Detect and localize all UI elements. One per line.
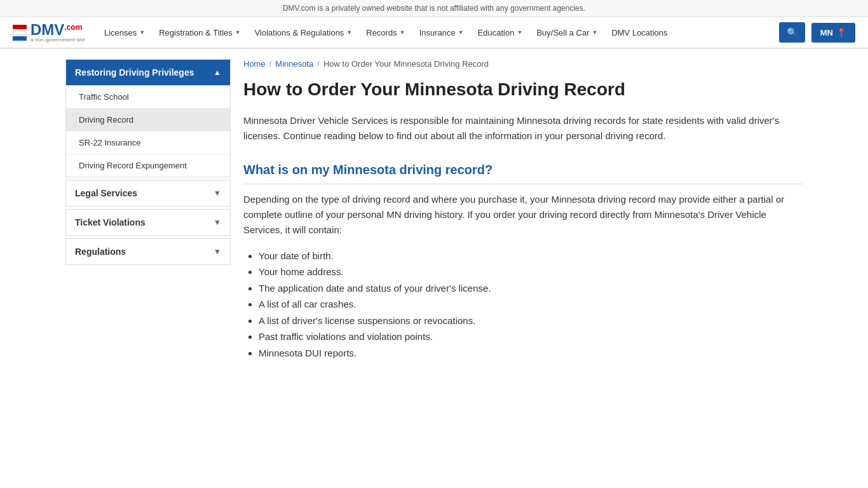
nav-arrow-registration: ▼ bbox=[235, 29, 241, 36]
logo-flag bbox=[13, 25, 27, 41]
intro-paragraph: Minnesota Driver Vehicle Services is res… bbox=[243, 113, 803, 144]
sidebar-item-traffic-school[interactable]: Traffic School bbox=[66, 86, 230, 109]
bullet-item-4: A list of all car crashes. bbox=[259, 296, 803, 313]
sidebar-header-tickets[interactable]: Ticket Violations ▼ bbox=[66, 210, 230, 235]
flag-white-stripe bbox=[13, 30, 27, 35]
chevron-down-icon-tickets: ▼ bbox=[214, 218, 221, 227]
search-button[interactable]: 🔍 bbox=[779, 22, 805, 43]
chevron-up-icon: ▲ bbox=[214, 68, 221, 77]
sidebar-section-title-restoring: Restoring Driving Privileges bbox=[75, 67, 194, 78]
logo-text-block: DMV.com a non-government site bbox=[31, 22, 85, 43]
sidebar-header-regulations[interactable]: Regulations ▼ bbox=[66, 239, 230, 264]
chevron-down-icon-legal: ▼ bbox=[214, 189, 221, 198]
section-heading-1: What is on my Minnesota driving record? bbox=[243, 163, 803, 184]
breadcrumb-sep-2: / bbox=[317, 59, 320, 69]
sidebar-item-expungement[interactable]: Driving Record Expungement bbox=[66, 154, 230, 177]
sidebar-header-legal[interactable]: Legal Services ▼ bbox=[66, 180, 230, 206]
nav-item-insurance[interactable]: Insurance ▼ bbox=[413, 23, 470, 43]
bullet-item-6: Past traffic violations and violation po… bbox=[259, 329, 803, 345]
breadcrumb-current: How to Order Your Minnesota Driving Reco… bbox=[323, 59, 489, 69]
breadcrumb-sep-1: / bbox=[269, 59, 272, 69]
logo-subtitle: a non-government site bbox=[31, 37, 85, 43]
breadcrumb: Home / Minnesota / How to Order Your Min… bbox=[243, 59, 803, 69]
bullet-item-3: The application date and status of your … bbox=[259, 280, 803, 297]
sidebar-item-driving-record[interactable]: Driving Record bbox=[66, 109, 230, 132]
sidebar-section-title-legal: Legal Services bbox=[75, 188, 137, 198]
nav-item-licenses[interactable]: Licenses ▼ bbox=[98, 23, 151, 43]
page-title: How to Order Your Minnesota Driving Reco… bbox=[243, 79, 803, 100]
nav-arrow-education: ▼ bbox=[517, 29, 522, 36]
chevron-down-icon-regulations: ▼ bbox=[214, 247, 221, 256]
flag-red-stripe bbox=[13, 25, 27, 29]
nav-arrow-violations: ▼ bbox=[346, 29, 352, 36]
state-label: MN bbox=[820, 28, 833, 37]
sidebar-section-regulations: Regulations ▼ bbox=[65, 238, 231, 265]
sidebar-section-title-tickets: Ticket Violations bbox=[75, 217, 146, 227]
sidebar-section-tickets: Ticket Violations ▼ bbox=[65, 209, 231, 236]
nav-arrow-insurance: ▼ bbox=[458, 29, 464, 36]
bullet-item-7: Minnesota DUI reports. bbox=[259, 345, 803, 362]
nav-item-records[interactable]: Records ▼ bbox=[360, 23, 411, 43]
logo-dotcom: .com bbox=[64, 24, 82, 31]
flag-blue-stripe bbox=[13, 36, 27, 41]
nav-item-buysell[interactable]: Buy/Sell a Car ▼ bbox=[530, 23, 604, 43]
sidebar-header-restoring[interactable]: Restoring Driving Privileges ▲ bbox=[66, 60, 230, 85]
sidebar-section-legal: Legal Services ▼ bbox=[65, 180, 231, 207]
nav-arrow-buysell: ▼ bbox=[592, 29, 597, 36]
sidebar-items-restoring: Traffic School Driving Record SR-22 Insu… bbox=[66, 85, 230, 177]
bullet-item-2: Your home address. bbox=[259, 264, 803, 280]
nav-item-registration[interactable]: Registration & Titles ▼ bbox=[153, 23, 247, 43]
nav-arrow-records: ▼ bbox=[400, 29, 405, 36]
breadcrumb-home[interactable]: Home bbox=[243, 59, 266, 69]
sidebar: Restoring Driving Privileges ▲ Traffic S… bbox=[65, 59, 231, 361]
main-nav: Licenses ▼ Registration & Titles ▼ Viola… bbox=[98, 23, 779, 43]
top-banner: DMV.com is a privately owned website tha… bbox=[0, 0, 868, 17]
sidebar-item-sr22[interactable]: SR-22 Insurance bbox=[66, 132, 230, 154]
state-selector-button[interactable]: MN 📍 bbox=[811, 23, 855, 43]
main-content: Home / Minnesota / How to Order Your Min… bbox=[243, 59, 803, 361]
bullet-item-1: Your date of birth. bbox=[259, 248, 803, 264]
search-icon: 🔍 bbox=[787, 27, 797, 37]
sidebar-section-restoring: Restoring Driving Privileges ▲ Traffic S… bbox=[65, 59, 231, 177]
banner-text: DMV.com is a privately owned website tha… bbox=[283, 4, 585, 13]
nav-item-education[interactable]: Education ▼ bbox=[471, 23, 529, 43]
bullet-item-5: A list of driver's license suspensions o… bbox=[259, 313, 803, 329]
nav-arrow-licenses: ▼ bbox=[139, 29, 145, 36]
logo-main-text: DMV.com bbox=[31, 22, 85, 37]
sidebar-section-title-regulations: Regulations bbox=[75, 247, 126, 257]
location-icon: 📍 bbox=[836, 28, 846, 37]
header: DMV.com a non-government site Licenses ▼… bbox=[0, 17, 868, 49]
nav-item-violations[interactable]: Violations & Regulations ▼ bbox=[248, 23, 359, 43]
main-container: Restoring Driving Privileges ▲ Traffic S… bbox=[53, 49, 815, 371]
header-right: 🔍 MN 📍 bbox=[779, 22, 855, 43]
section-paragraph-1: Depending on the type of driving record … bbox=[243, 192, 803, 238]
breadcrumb-minnesota[interactable]: Minnesota bbox=[275, 59, 313, 69]
logo[interactable]: DMV.com a non-government site bbox=[13, 22, 85, 43]
nav-item-locations[interactable]: DMV Locations bbox=[605, 23, 674, 43]
bullet-list: Your date of birth. Your home address. T… bbox=[259, 248, 803, 362]
